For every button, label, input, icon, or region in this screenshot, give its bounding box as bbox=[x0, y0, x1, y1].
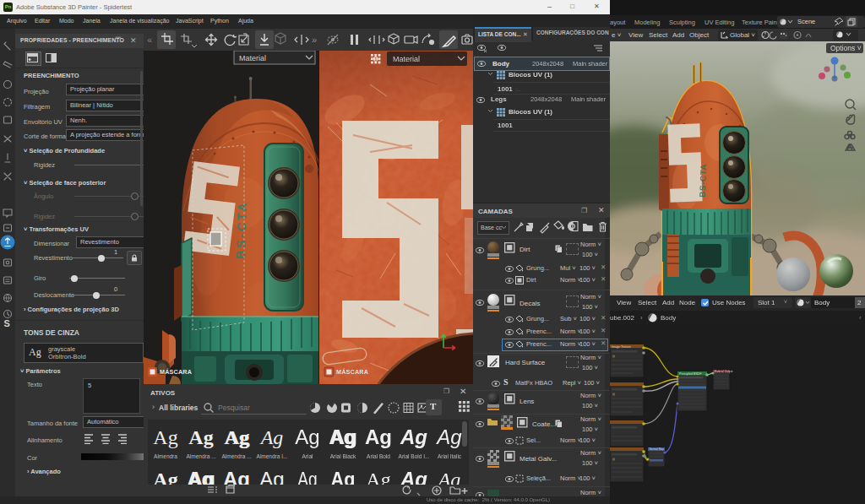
svg-text:MÁSCARA: MÁSCARA bbox=[336, 368, 368, 376]
svg-text:Material: Material bbox=[239, 54, 266, 62]
svg-text:Material Output: Material Output bbox=[715, 370, 733, 373]
svg-text:Image Texture: Image Texture bbox=[612, 345, 631, 349]
svg-text:BS-CTA: BS-CTA bbox=[698, 164, 708, 198]
svg-text:S: S bbox=[4, 318, 10, 328]
svg-text:Normal Map: Normal Map bbox=[650, 447, 665, 451]
svg-text:Material: Material bbox=[393, 55, 420, 63]
svg-text:BS-CTA: BS-CTA bbox=[234, 200, 249, 259]
svg-text:«: « bbox=[147, 35, 152, 45]
svg-text:Principled BSDF: Principled BSDF bbox=[679, 372, 702, 376]
svg-text:»: » bbox=[312, 35, 317, 45]
svg-text:MÁSCARA: MÁSCARA bbox=[160, 368, 192, 376]
svg-text:Options ˅: Options ˅ bbox=[830, 44, 862, 52]
svg-text:1: 1 bbox=[374, 57, 377, 62]
